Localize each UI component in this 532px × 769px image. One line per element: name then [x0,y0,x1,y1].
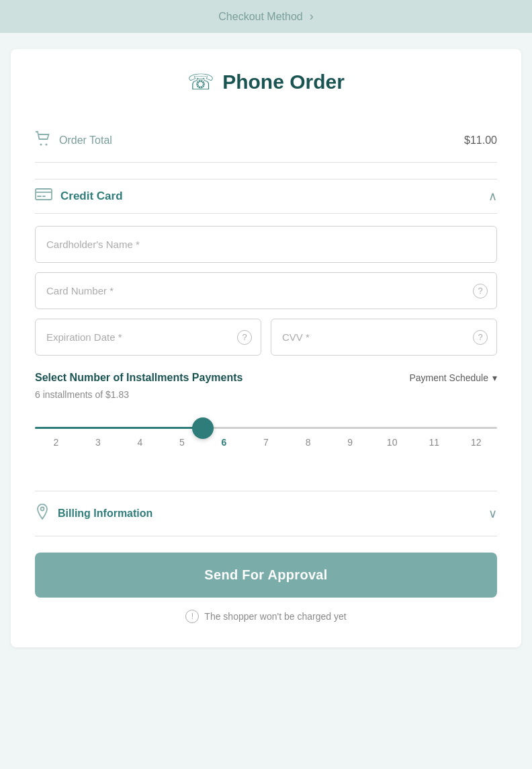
credit-card-section-header[interactable]: Credit Card ∧ [35,179,497,214]
phone-icon: ☏ [187,69,214,95]
installments-title: Select Number of Installments Payments [35,372,242,384]
billing-chevron-down-icon[interactable]: ∨ [488,506,497,521]
payment-schedule-chevron-icon: ▾ [492,372,497,383]
slider-label-12: 12 [455,437,497,448]
installments-header: Select Number of Installments Payments P… [35,372,497,384]
slider-fill [35,427,203,429]
slider-label-4: 4 [119,437,161,448]
checkout-method-label: Checkout Method [218,11,302,23]
order-total-left: Order Total [35,131,112,150]
credit-card-header-left: Credit Card [35,188,123,205]
location-icon [35,503,50,524]
billing-information-label: Billing Information [58,508,152,520]
slider-label-7: 7 [245,437,287,448]
slider-label-6: 6 [203,437,245,448]
disclaimer-info-icon: ! [185,610,199,623]
slider-label-3: 3 [77,437,120,448]
slider-label-2: 2 [35,437,77,448]
cvv-help-icon[interactable]: ? [473,330,488,345]
billing-information-section[interactable]: Billing Information ∨ [35,491,497,536]
cvv-input[interactable] [271,319,497,356]
slider-thumb[interactable] [192,417,214,439]
credit-card-icon [35,188,52,205]
page-title-row: ☏ Phone Order [35,69,497,95]
cardholder-name-input[interactable] [35,226,497,263]
svg-point-1 [46,144,48,146]
order-total-label: Order Total [59,134,112,147]
send-approval-button[interactable]: Send For Approval [35,553,497,598]
svg-point-0 [40,144,42,146]
card-number-input[interactable] [35,272,497,309]
svg-point-6 [41,508,44,511]
slider-label-9: 9 [329,437,371,448]
main-card: ☏ Phone Order Order Total $11.00 [11,49,521,647]
slider-label-11: 11 [413,437,455,448]
cardholder-name-field-wrapper [35,226,497,263]
expiration-date-field-wrapper: ? [35,319,261,356]
slider-labels: 2 3 4 5 6 7 8 9 10 11 12 [35,437,497,448]
payment-schedule-button[interactable]: Payment Schedule ▾ [409,372,497,383]
page-title: Phone Order [222,71,345,93]
order-total-row: Order Total $11.00 [35,119,497,163]
slider-label-5: 5 [161,437,204,448]
slider-track[interactable] [35,427,497,429]
svg-rect-2 [36,189,52,200]
chevron-up-icon[interactable]: ∧ [488,189,497,204]
disclaimer-row: ! The shopper won't be charged yet [35,610,497,623]
credit-card-title: Credit Card [60,190,123,203]
cardholder-name-group [35,226,497,263]
card-number-group: ? [35,272,497,309]
disclaimer-text: The shopper won't be charged yet [204,611,346,622]
expiry-cvv-row: ? ? [35,319,497,356]
billing-left: Billing Information [35,503,152,524]
slider-label-10: 10 [371,437,413,448]
slider-label-8: 8 [287,437,329,448]
cart-icon [35,131,51,150]
installments-info: 6 installments of $1.83 [35,389,497,400]
installments-slider-container: 2 3 4 5 6 7 8 9 10 11 12 [35,413,497,475]
expiration-help-icon[interactable]: ? [237,330,252,345]
chevron-right-icon: › [310,9,314,24]
order-total-amount: $11.00 [464,134,497,147]
expiration-date-input[interactable] [35,319,261,356]
cvv-field-wrapper: ? [271,319,497,356]
card-number-help-icon[interactable]: ? [473,284,488,298]
card-number-field-wrapper: ? [35,272,497,309]
payment-schedule-label: Payment Schedule [409,372,488,383]
header-bar: Checkout Method › [0,0,532,33]
